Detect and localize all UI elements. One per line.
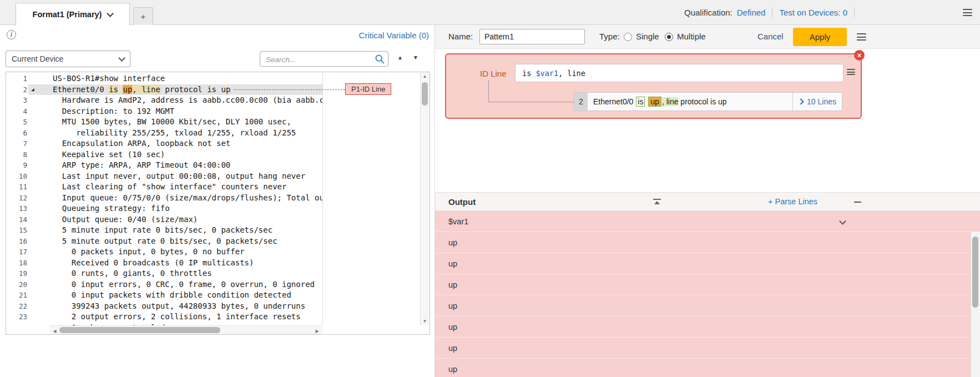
parse-lines-button[interactable]: + Parse Lines <box>768 197 817 206</box>
connector-line <box>488 80 489 102</box>
radio-single[interactable] <box>624 33 632 41</box>
line-number: 2 <box>6 84 27 95</box>
editor-vertical-scrollbar[interactable]: ▲ ▼ <box>420 72 430 325</box>
search-icon[interactable] <box>375 54 385 64</box>
pattern-panel: Name: Type: Single Multiple Cancel Apply… <box>435 25 980 377</box>
divider <box>854 7 855 17</box>
id-line-menu-icon[interactable] <box>847 69 855 75</box>
line-number: 6 <box>6 128 27 139</box>
critical-variable-link[interactable]: Critical Variable (0) <box>359 31 429 40</box>
code-text: Output queue: 0/40 (size/max) <box>38 214 198 225</box>
code-text: 5 minute input rate 0 bits/sec, 0 packet… <box>38 225 272 236</box>
scroll-down-icon[interactable]: ▼ <box>421 317 429 325</box>
output-section: Output + Parse Lines $var1 upupupupupupu… <box>435 192 980 377</box>
line-number: 10 <box>6 171 27 182</box>
pattern-block: × ID Line is $var1, line 2 Ethernet0/0 i… <box>445 53 862 119</box>
code-text: Hardware is AmdP2, address is aabb.cc00.… <box>38 95 366 106</box>
scroll-up-icon[interactable]: ▲ <box>421 72 429 81</box>
apply-button[interactable]: Apply <box>793 28 847 46</box>
code-editor: 1◢US-BOS-R1#show interface2◢Ethernet0/0 … <box>6 72 430 335</box>
code-text: Description: to 192 MGMT <box>38 106 174 117</box>
output-row[interactable]: up <box>435 253 980 274</box>
pattern-header: Name: Type: Single Multiple Cancel Apply <box>435 25 980 49</box>
code-text: reliability 255/255, txload 1/255, rxloa… <box>38 128 296 139</box>
tab-format1-primary[interactable]: Format1 (Primary) <box>16 3 130 26</box>
minimize-output-icon[interactable] <box>854 202 861 203</box>
add-tab-button[interactable]: + <box>133 7 153 25</box>
pattern-name-input[interactable] <box>479 29 585 44</box>
menu-icon[interactable] <box>963 9 972 16</box>
line-number: 7 <box>6 138 27 149</box>
cancel-button[interactable]: Cancel <box>757 32 784 41</box>
search-next-button[interactable]: ▼ <box>413 54 418 61</box>
code-text: Keepalive set (10 sec) <box>38 149 165 160</box>
editor-horizontal-scrollbar[interactable]: ◀ ▶ <box>49 325 322 334</box>
scrollbar-thumb[interactable] <box>422 82 428 105</box>
id-line-pattern-input[interactable]: is $var1, line <box>515 64 843 82</box>
tab-label: Format1 (Primary) <box>33 10 102 19</box>
code-text: 399243 packets output, 44280933 bytes, 0… <box>38 301 305 312</box>
name-label: Name: <box>448 32 473 41</box>
line-number: 12 <box>6 193 27 204</box>
output-column-label: $var1 <box>448 217 468 226</box>
collapse-panel-icon[interactable] <box>653 199 661 205</box>
chevron-down-icon[interactable] <box>839 218 846 225</box>
output-row[interactable]: up <box>435 295 980 316</box>
code-text: 0 input packets with dribble condition d… <box>38 290 291 301</box>
fold-marker-icon[interactable]: ◢ <box>27 84 38 95</box>
code-text: Encapsulation ARPA, loopback not set <box>38 138 230 149</box>
output-row[interactable]: up <box>435 232 980 253</box>
qualification-label: Qualification: <box>684 8 733 17</box>
output-scrollbar[interactable] <box>971 232 980 377</box>
info-icon[interactable]: i <box>7 30 16 39</box>
line-number: 19 <box>6 268 27 279</box>
line-number: 16 <box>6 236 27 247</box>
pattern-menu-icon[interactable] <box>857 33 866 41</box>
radio-multiple[interactable] <box>665 33 673 41</box>
code-text: 0 packets input, 0 bytes, 0 no buffer <box>38 247 245 258</box>
output-row[interactable]: up <box>435 274 980 295</box>
close-icon[interactable]: × <box>854 50 865 61</box>
matched-line-number: 2 <box>574 93 588 110</box>
left-panel-toolbar: Current Device ▲ ▼ <box>0 48 435 72</box>
search-previous-button[interactable]: ▲ <box>397 54 403 61</box>
code-text: Queueing strategy: fifo <box>38 203 170 214</box>
radio-multiple-label: Multiple <box>677 32 706 41</box>
output-row[interactable]: up <box>435 338 980 359</box>
scroll-left-icon[interactable]: ◀ <box>50 327 59 335</box>
output-row[interactable]: up <box>435 316 980 338</box>
chevron-down-icon <box>107 10 114 17</box>
matched-line-row: 2 Ethernet0/0 is up, line protocol is up… <box>574 92 842 111</box>
line-number: 9 <box>6 160 27 171</box>
scrollbar-thumb[interactable] <box>972 237 978 308</box>
line-number: 24 <box>6 323 27 326</box>
code-text: Ethernet0/0 is up, line protocol is up <box>38 84 230 95</box>
matched-line-text: Ethernet0/0 is up, line protocol is up <box>588 93 792 110</box>
code-text: Received 0 broadcasts (0 IP multicasts) <box>38 258 254 269</box>
line-number: 5 <box>6 117 27 128</box>
scrollbar-thumb[interactable] <box>59 327 220 333</box>
line-number: 3 <box>6 95 27 106</box>
output-row[interactable]: up <box>435 359 980 377</box>
line-number: 14 <box>6 214 27 225</box>
code-text: Last clearing of "show interface" counte… <box>38 182 286 193</box>
code-text: 0 runts, 0 giants, 0 throttles <box>38 268 212 279</box>
output-title: Output <box>448 197 476 207</box>
p1-id-line-tag[interactable]: P1-ID Line <box>345 83 391 95</box>
search-box <box>260 51 388 67</box>
qualification-value-link[interactable]: Defined <box>737 8 766 17</box>
annotation-margin <box>322 72 420 325</box>
lines-count-link[interactable]: 10 Lines <box>792 93 842 110</box>
device-scope-dropdown[interactable]: Current Device <box>6 51 130 67</box>
line-number: 20 <box>6 279 27 290</box>
device-scope-value: Current Device <box>12 54 63 63</box>
scroll-right-icon[interactable]: ▶ <box>313 327 321 335</box>
test-on-devices-link[interactable]: Test on Devices: 0 <box>779 8 847 17</box>
left-panel-header: i Critical Variable (0) <box>0 25 435 48</box>
output-column-header[interactable]: $var1 <box>435 211 980 232</box>
search-input[interactable] <box>265 53 370 66</box>
chevron-right-icon <box>797 98 804 104</box>
top-tab-bar: Format1 (Primary) + Qualification: Defin… <box>0 0 980 25</box>
line-number: 8 <box>6 149 27 160</box>
topbar-right-group: Qualification: Defined Test on Devices: … <box>684 0 855 24</box>
